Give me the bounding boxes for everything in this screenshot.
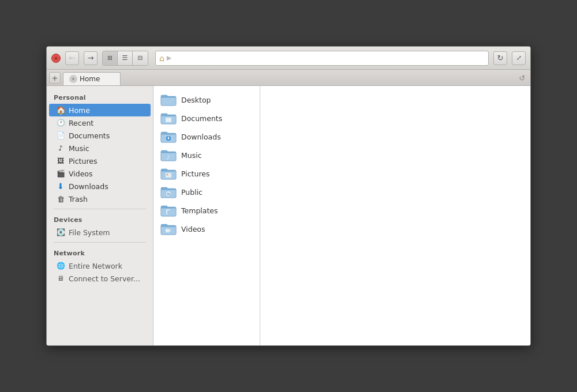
- sidebar-label-downloads: Downloads: [69, 182, 108, 191]
- network-icon: 🌐: [56, 261, 65, 270]
- sidebar-item-home[interactable]: 🏠 Home: [49, 104, 151, 116]
- icon-view-button[interactable]: ⊞: [103, 51, 118, 65]
- folder-icon-templates: [160, 204, 177, 217]
- file-label-pictures: Pictures: [181, 169, 210, 178]
- sidebar-label-videos: Videos: [69, 169, 93, 178]
- address-home-icon: ⌂: [159, 54, 164, 63]
- back-button[interactable]: ←: [65, 51, 79, 65]
- compact-view-button[interactable]: ⊟: [133, 51, 148, 65]
- expand-icon: ⤢: [516, 54, 522, 62]
- downloads-icon: ⬇: [56, 182, 65, 191]
- folder-icon-documents: [160, 112, 177, 125]
- file-label-templates: Templates: [181, 206, 218, 215]
- sidebar-item-trash[interactable]: 🗑 Trash: [49, 193, 151, 205]
- address-separator-icon: ▶: [167, 54, 171, 62]
- tab-close-button[interactable]: ×: [69, 75, 77, 83]
- sidebar-sep-1: [54, 209, 146, 209]
- file-label-videos: Videos: [181, 225, 205, 233]
- documents-icon: 📄: [56, 131, 65, 140]
- sidebar-label-pictures: Pictures: [69, 157, 98, 165]
- trash-icon: 🗑: [56, 194, 65, 203]
- tabs-bar: + × Home ↺: [47, 70, 530, 86]
- file-item-music[interactable]: ♪ Music: [153, 146, 260, 164]
- sidebar-item-downloads[interactable]: ⬇ Downloads: [49, 180, 151, 193]
- sidebar-sep-2: [54, 242, 146, 243]
- svg-rect-0: [166, 118, 171, 122]
- file-item-public[interactable]: ⇆ Public: [153, 183, 260, 201]
- sidebar-item-recent[interactable]: 🕐 Recent: [49, 116, 151, 129]
- close-button[interactable]: ×: [51, 54, 61, 63]
- file-label-downloads: Downloads: [181, 133, 221, 141]
- main-content: Personal 🏠 Home 🕐 Recent 📄 Documents ♪ M…: [47, 86, 530, 345]
- svg-text:♪: ♪: [167, 154, 170, 160]
- folder-icon-pictures: [160, 167, 177, 180]
- sidebar-label-entire-network: Entire Network: [69, 262, 122, 270]
- tab-history-button[interactable]: ↺: [516, 72, 528, 84]
- folder-icon-downloads: [160, 130, 177, 143]
- view-toggle: ⊞ ☰ ⊟: [102, 51, 148, 66]
- file-panel: Desktop Documents: [153, 86, 530, 345]
- sidebar-label-connect-server: Connect to Server...: [69, 274, 140, 283]
- sidebar-label-filesystem: File System: [69, 228, 110, 237]
- file-label-public: Public: [181, 188, 203, 197]
- list-view-button[interactable]: ☰: [118, 51, 133, 65]
- sidebar-item-filesystem[interactable]: 💽 File System: [49, 226, 151, 239]
- sidebar: Personal 🏠 Home 🕐 Recent 📄 Documents ♪ M…: [47, 86, 153, 345]
- server-icon: 🖥: [56, 274, 65, 283]
- sidebar-item-documents[interactable]: 📄 Documents: [49, 129, 151, 142]
- svg-rect-4: [166, 173, 171, 178]
- folder-icon-videos: [160, 223, 177, 235]
- reload-button[interactable]: ↻: [493, 51, 507, 65]
- file-item-templates[interactable]: Templates: [153, 201, 260, 220]
- expand-button[interactable]: ⤢: [512, 51, 526, 65]
- music-icon: ♪: [56, 144, 65, 153]
- file-item-downloads[interactable]: Downloads: [153, 127, 260, 146]
- sidebar-label-trash: Trash: [69, 195, 88, 203]
- sidebar-section-devices: Devices: [47, 213, 153, 226]
- new-tab-button[interactable]: +: [49, 72, 61, 84]
- tab-label: Home: [80, 75, 100, 83]
- folder-icon-public: ⇆: [160, 186, 177, 198]
- videos-icon: 🎬: [56, 169, 65, 178]
- back-icon: ←: [69, 54, 76, 62]
- forward-icon: →: [88, 54, 94, 62]
- sidebar-item-videos[interactable]: 🎬 Videos: [49, 167, 151, 180]
- file-item-pictures[interactable]: Pictures: [153, 164, 260, 183]
- folder-icon-desktop: [160, 93, 177, 106]
- forward-button[interactable]: →: [84, 51, 98, 65]
- file-item-desktop[interactable]: Desktop: [153, 91, 260, 109]
- file-label-documents: Documents: [181, 114, 222, 123]
- svg-text:⇆: ⇆: [167, 192, 171, 197]
- address-bar: ⌂ ▶: [155, 51, 489, 66]
- recent-icon: 🕐: [56, 118, 65, 127]
- sidebar-item-entire-network[interactable]: 🌐 Entire Network: [49, 259, 151, 272]
- sidebar-section-network: Network: [47, 246, 153, 259]
- file-item-documents[interactable]: Documents: [153, 109, 260, 127]
- sidebar-item-connect-server[interactable]: 🖥 Connect to Server...: [49, 272, 151, 285]
- file-item-videos[interactable]: Videos: [153, 220, 260, 238]
- file-list-pane: Desktop Documents: [153, 86, 260, 345]
- file-manager-window: × ← → ⊞ ☰ ⊟ ⌂ ▶ ↻ ⤢ + × Home ↺: [46, 46, 531, 346]
- address-input[interactable]: [174, 54, 485, 62]
- tab-home[interactable]: × Home: [63, 72, 121, 85]
- toolbar: × ← → ⊞ ☰ ⊟ ⌂ ▶ ↻ ⤢: [47, 47, 530, 70]
- folder-icon-music: ♪: [160, 149, 177, 161]
- sidebar-item-music[interactable]: ♪ Music: [49, 142, 151, 154]
- sidebar-label-documents: Documents: [69, 131, 110, 140]
- file-label-music: Music: [181, 151, 202, 160]
- file-detail-pane: [260, 86, 530, 345]
- sidebar-label-music: Music: [69, 144, 89, 153]
- home-icon: 🏠: [56, 105, 65, 115]
- sidebar-label-home: Home: [69, 106, 90, 115]
- svg-rect-8: [166, 229, 170, 232]
- filesystem-icon: 💽: [56, 228, 65, 237]
- sidebar-item-pictures[interactable]: 🖼 Pictures: [49, 154, 151, 167]
- file-label-desktop: Desktop: [181, 96, 211, 104]
- reload-icon: ↻: [497, 54, 504, 62]
- sidebar-label-recent: Recent: [69, 119, 93, 127]
- pictures-icon: 🖼: [56, 156, 65, 165]
- svg-point-5: [167, 174, 168, 176]
- sidebar-section-personal: Personal: [47, 91, 153, 104]
